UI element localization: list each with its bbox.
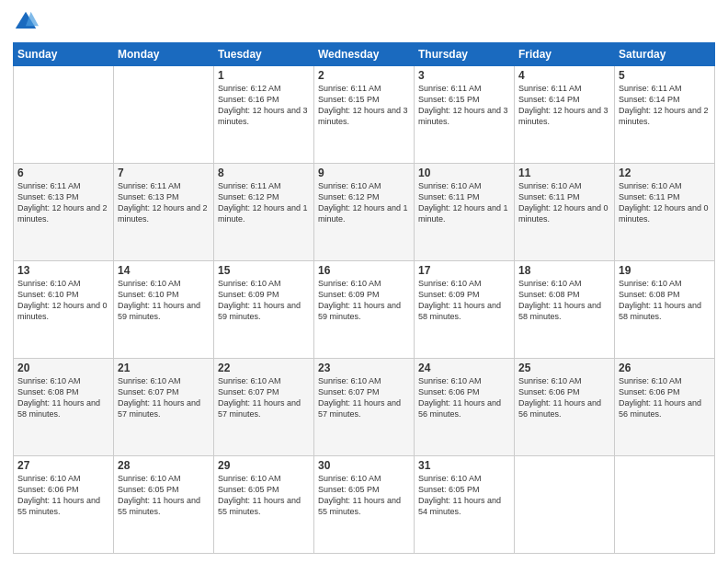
day-info: Sunrise: 6:11 AMSunset: 6:12 PMDaylight:… xyxy=(218,181,308,224)
day-number: 17 xyxy=(418,264,510,277)
day-number: 19 xyxy=(619,264,711,277)
day-info: Sunrise: 6:10 AMSunset: 6:06 PMDaylight:… xyxy=(17,474,100,516)
day-number: 6 xyxy=(17,167,109,179)
calendar-cell: 26Sunrise: 6:10 AMSunset: 6:06 PMDayligh… xyxy=(615,359,715,456)
day-number: 10 xyxy=(418,167,510,179)
day-info: Sunrise: 6:10 AMSunset: 6:07 PMDaylight:… xyxy=(318,376,401,419)
calendar-cell: 22Sunrise: 6:10 AMSunset: 6:07 PMDayligh… xyxy=(214,359,314,456)
logo xyxy=(13,9,42,35)
day-info: Sunrise: 6:10 AMSunset: 6:06 PMDaylight:… xyxy=(518,376,601,419)
weekday-header: Thursday xyxy=(415,43,515,66)
day-number: 25 xyxy=(518,362,610,374)
calendar-cell xyxy=(515,456,615,554)
day-info: Sunrise: 6:12 AMSunset: 6:16 PMDaylight:… xyxy=(218,84,308,126)
calendar-cell: 27Sunrise: 6:10 AMSunset: 6:06 PMDayligh… xyxy=(14,456,114,554)
day-info: Sunrise: 6:10 AMSunset: 6:11 PMDaylight:… xyxy=(619,181,709,224)
calendar-week-row: 1Sunrise: 6:12 AMSunset: 6:16 PMDaylight… xyxy=(14,66,715,164)
day-number: 4 xyxy=(518,69,610,82)
day-info: Sunrise: 6:11 AMSunset: 6:14 PMDaylight:… xyxy=(518,84,609,126)
day-number: 14 xyxy=(118,264,210,277)
calendar-week-row: 20Sunrise: 6:10 AMSunset: 6:08 PMDayligh… xyxy=(14,359,715,456)
day-number: 2 xyxy=(318,69,410,82)
day-number: 15 xyxy=(218,264,310,277)
day-number: 16 xyxy=(318,264,410,277)
day-info: Sunrise: 6:10 AMSunset: 6:07 PMDaylight:… xyxy=(218,376,301,419)
day-number: 11 xyxy=(518,167,610,179)
calendar-week-row: 6Sunrise: 6:11 AMSunset: 6:13 PMDaylight… xyxy=(14,164,715,261)
logo-icon xyxy=(13,9,39,35)
calendar-cell: 24Sunrise: 6:10 AMSunset: 6:06 PMDayligh… xyxy=(415,359,515,456)
calendar-cell: 30Sunrise: 6:10 AMSunset: 6:05 PMDayligh… xyxy=(314,456,415,554)
calendar-cell: 28Sunrise: 6:10 AMSunset: 6:05 PMDayligh… xyxy=(114,456,214,554)
day-info: Sunrise: 6:10 AMSunset: 6:05 PMDaylight:… xyxy=(318,474,401,516)
calendar-cell: 6Sunrise: 6:11 AMSunset: 6:13 PMDaylight… xyxy=(14,164,114,261)
calendar-cell: 23Sunrise: 6:10 AMSunset: 6:07 PMDayligh… xyxy=(314,359,415,456)
calendar-cell: 5Sunrise: 6:11 AMSunset: 6:14 PMDaylight… xyxy=(615,66,715,164)
calendar-cell: 25Sunrise: 6:10 AMSunset: 6:06 PMDayligh… xyxy=(515,359,615,456)
calendar-cell: 31Sunrise: 6:10 AMSunset: 6:05 PMDayligh… xyxy=(415,456,515,554)
day-info: Sunrise: 6:11 AMSunset: 6:15 PMDaylight:… xyxy=(418,84,508,126)
day-info: Sunrise: 6:10 AMSunset: 6:10 PMDaylight:… xyxy=(17,279,108,321)
day-number: 1 xyxy=(218,69,310,82)
day-info: Sunrise: 6:10 AMSunset: 6:10 PMDaylight:… xyxy=(118,279,200,321)
day-number: 7 xyxy=(118,167,210,179)
weekday-header-row: SundayMondayTuesdayWednesdayThursdayFrid… xyxy=(14,43,715,66)
day-info: Sunrise: 6:10 AMSunset: 6:05 PMDaylight:… xyxy=(118,474,200,516)
day-number: 27 xyxy=(17,459,109,472)
day-info: Sunrise: 6:10 AMSunset: 6:06 PMDaylight:… xyxy=(619,376,701,419)
weekday-header: Tuesday xyxy=(214,43,314,66)
day-info: Sunrise: 6:10 AMSunset: 6:09 PMDaylight:… xyxy=(318,279,401,321)
weekday-header: Friday xyxy=(515,43,615,66)
day-number: 21 xyxy=(118,362,210,374)
day-info: Sunrise: 6:11 AMSunset: 6:13 PMDaylight:… xyxy=(118,181,208,224)
weekday-header: Wednesday xyxy=(314,43,415,66)
calendar-cell: 11Sunrise: 6:10 AMSunset: 6:11 PMDayligh… xyxy=(515,164,615,261)
calendar-cell: 14Sunrise: 6:10 AMSunset: 6:10 PMDayligh… xyxy=(114,261,214,359)
day-number: 26 xyxy=(619,362,711,374)
calendar-cell: 13Sunrise: 6:10 AMSunset: 6:10 PMDayligh… xyxy=(14,261,114,359)
calendar-cell xyxy=(14,66,114,164)
day-number: 29 xyxy=(218,459,310,472)
calendar-cell: 20Sunrise: 6:10 AMSunset: 6:08 PMDayligh… xyxy=(14,359,114,456)
weekday-header: Saturday xyxy=(615,43,715,66)
day-number: 24 xyxy=(418,362,510,374)
day-info: Sunrise: 6:10 AMSunset: 6:12 PMDaylight:… xyxy=(318,181,408,224)
day-number: 12 xyxy=(619,167,711,179)
calendar-cell: 16Sunrise: 6:10 AMSunset: 6:09 PMDayligh… xyxy=(314,261,415,359)
calendar-cell: 18Sunrise: 6:10 AMSunset: 6:08 PMDayligh… xyxy=(515,261,615,359)
day-number: 3 xyxy=(418,69,510,82)
day-info: Sunrise: 6:11 AMSunset: 6:13 PMDaylight:… xyxy=(17,181,108,224)
calendar-cell: 19Sunrise: 6:10 AMSunset: 6:08 PMDayligh… xyxy=(615,261,715,359)
day-info: Sunrise: 6:10 AMSunset: 6:11 PMDaylight:… xyxy=(418,181,508,224)
calendar: SundayMondayTuesdayWednesdayThursdayFrid… xyxy=(13,42,715,554)
calendar-cell: 21Sunrise: 6:10 AMSunset: 6:07 PMDayligh… xyxy=(114,359,214,456)
day-number: 18 xyxy=(518,264,610,277)
calendar-cell: 12Sunrise: 6:10 AMSunset: 6:11 PMDayligh… xyxy=(615,164,715,261)
day-number: 8 xyxy=(218,167,310,179)
day-info: Sunrise: 6:10 AMSunset: 6:11 PMDaylight:… xyxy=(518,181,609,224)
day-info: Sunrise: 6:11 AMSunset: 6:14 PMDaylight:… xyxy=(619,84,709,126)
calendar-cell: 8Sunrise: 6:11 AMSunset: 6:12 PMDaylight… xyxy=(214,164,314,261)
calendar-cell: 1Sunrise: 6:12 AMSunset: 6:16 PMDaylight… xyxy=(214,66,314,164)
day-info: Sunrise: 6:10 AMSunset: 6:08 PMDaylight:… xyxy=(518,279,601,321)
calendar-cell: 3Sunrise: 6:11 AMSunset: 6:15 PMDaylight… xyxy=(415,66,515,164)
day-number: 5 xyxy=(619,69,711,82)
day-info: Sunrise: 6:10 AMSunset: 6:09 PMDaylight:… xyxy=(218,279,301,321)
calendar-cell: 17Sunrise: 6:10 AMSunset: 6:09 PMDayligh… xyxy=(415,261,515,359)
calendar-cell: 2Sunrise: 6:11 AMSunset: 6:15 PMDaylight… xyxy=(314,66,415,164)
calendar-cell: 10Sunrise: 6:10 AMSunset: 6:11 PMDayligh… xyxy=(415,164,515,261)
day-number: 20 xyxy=(17,362,109,374)
day-number: 13 xyxy=(17,264,109,277)
calendar-cell: 7Sunrise: 6:11 AMSunset: 6:13 PMDaylight… xyxy=(114,164,214,261)
day-info: Sunrise: 6:10 AMSunset: 6:08 PMDaylight:… xyxy=(17,376,100,419)
day-info: Sunrise: 6:10 AMSunset: 6:05 PMDaylight:… xyxy=(218,474,301,516)
day-number: 30 xyxy=(318,459,410,472)
day-info: Sunrise: 6:10 AMSunset: 6:05 PMDaylight:… xyxy=(418,474,501,516)
calendar-cell: 4Sunrise: 6:11 AMSunset: 6:14 PMDaylight… xyxy=(515,66,615,164)
day-info: Sunrise: 6:10 AMSunset: 6:07 PMDaylight:… xyxy=(118,376,200,419)
day-number: 31 xyxy=(418,459,510,472)
day-info: Sunrise: 6:10 AMSunset: 6:06 PMDaylight:… xyxy=(418,376,501,419)
day-info: Sunrise: 6:10 AMSunset: 6:09 PMDaylight:… xyxy=(418,279,501,321)
calendar-week-row: 13Sunrise: 6:10 AMSunset: 6:10 PMDayligh… xyxy=(14,261,715,359)
calendar-cell xyxy=(114,66,214,164)
